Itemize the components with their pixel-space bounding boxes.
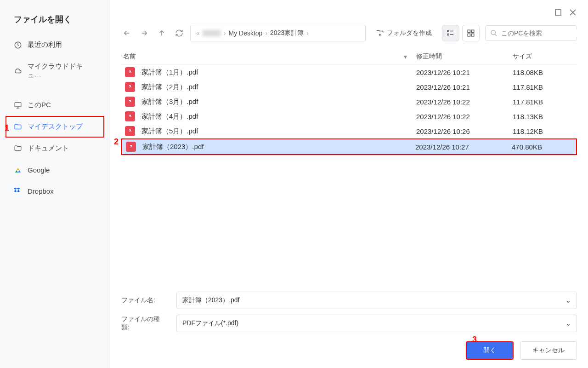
file-name: 家計簿（1月）.pdf	[141, 68, 198, 77]
toolbar: « › My Desktop › 2023家計簿 › フォルダを作成	[121, 25, 577, 41]
sidebar: ファイルを開く 最近の利用 マイクラウドドキュ… このPC マイデスクトップ ド…	[0, 0, 110, 368]
sidebar-item-this-pc[interactable]: このPC	[0, 94, 110, 116]
back-button[interactable]	[121, 28, 132, 39]
up-button[interactable]	[156, 28, 167, 39]
file-date: 2023/12/26 10:27	[415, 143, 512, 151]
file-name: 家計簿（3月）.pdf	[141, 98, 198, 106]
maximize-button[interactable]	[554, 8, 562, 17]
sidebar-item-recent[interactable]: 最近の利用	[0, 34, 110, 56]
file-row[interactable]: 家計簿（1月）.pdf2023/12/26 10:21118.08KB	[121, 65, 577, 80]
pdf-icon	[125, 111, 135, 121]
google-icon	[14, 166, 22, 174]
file-row[interactable]: 家計簿（2023）.pdf2023/12/26 10:27470.80KB	[121, 138, 577, 155]
file-date: 2023/12/26 10:21	[416, 69, 513, 76]
filename-value: 家計簿（2023）.pdf	[182, 296, 240, 305]
sidebar-item-label: マイデスクトップ	[28, 122, 83, 131]
close-button[interactable]	[569, 8, 577, 17]
file-date: 2023/12/26 10:22	[416, 113, 513, 121]
sidebar-item-label: Dropbox	[28, 187, 54, 195]
file-row[interactable]: 家計簿（4月）.pdf2023/12/26 10:22118.13KB	[121, 109, 577, 124]
file-size: 117.81KB	[513, 98, 577, 106]
open-file-dialog: ファイルを開く 最近の利用 マイクラウドドキュ… このPC マイデスクトップ ド…	[0, 0, 588, 368]
sidebar-item-google[interactable]: Google	[0, 159, 110, 180]
dialog-title: ファイルを開く	[0, 9, 110, 34]
create-folder-label: フォルダを作成	[387, 29, 432, 37]
file-date: 2023/12/26 10:22	[416, 98, 513, 106]
breadcrumb-segment[interactable]: My Desktop	[228, 29, 262, 37]
column-date[interactable]: 修正時間	[416, 52, 513, 61]
sidebar-item-cloud[interactable]: マイクラウドドキュ…	[0, 56, 110, 86]
file-row[interactable]: 家計簿（5月）.pdf2023/12/26 10:26118.12KB	[121, 124, 577, 138]
filename-label: ファイル名:	[121, 296, 167, 305]
pdf-icon	[125, 67, 135, 77]
filename-field[interactable]: 家計簿（2023）.pdf ⌄	[176, 292, 577, 309]
sort-desc-icon: ▾	[404, 53, 407, 60]
pdf-icon	[125, 97, 135, 107]
main-panel: « › My Desktop › 2023家計簿 › フォルダを作成	[110, 0, 588, 368]
clock-icon	[14, 41, 22, 49]
open-button[interactable]: 開く	[466, 341, 514, 360]
chevron-right-icon: ›	[265, 29, 267, 37]
folder-icon	[14, 123, 22, 131]
bottom-panel: ファイル名: 家計簿（2023）.pdf ⌄ ファイルの種類: PDFファイル(…	[121, 286, 577, 360]
grid-view-button[interactable]	[462, 25, 480, 41]
svg-point-9	[491, 30, 495, 34]
file-name: 家計簿（2023）.pdf	[142, 143, 204, 151]
sidebar-item-dropbox[interactable]: Dropbox	[0, 180, 110, 201]
search-box[interactable]	[485, 25, 577, 41]
sidebar-item-documents[interactable]: ドキュメント	[0, 138, 110, 159]
sidebar-item-label: Google	[28, 166, 50, 174]
monitor-icon	[14, 101, 22, 109]
filetype-value: PDFファイル(*.pdf)	[182, 319, 238, 328]
cloud-icon	[14, 67, 22, 75]
chevron-right-icon: ›	[306, 29, 309, 37]
file-name: 家計簿（4月）.pdf	[141, 112, 198, 121]
chevron-down-icon: ⌄	[565, 297, 571, 304]
file-list: 家計簿（1月）.pdf2023/12/26 10:21118.08KB家計簿（2…	[121, 65, 577, 286]
breadcrumb-segment[interactable]: 2023家計簿	[270, 29, 304, 37]
file-size: 117.81KB	[513, 83, 577, 91]
list-view-button[interactable]	[442, 25, 459, 41]
search-input[interactable]	[501, 29, 582, 37]
chevron-right-icon: ›	[224, 29, 226, 37]
file-row[interactable]: 家計簿（2月）.pdf2023/12/26 10:21117.81KB	[121, 80, 577, 94]
breadcrumb-overflow-icon: «	[196, 29, 200, 37]
window-header	[121, 8, 577, 17]
create-folder-button[interactable]: フォルダを作成	[371, 25, 436, 41]
sidebar-item-label: マイクラウドドキュ…	[28, 62, 96, 80]
file-size: 118.13KB	[513, 113, 577, 121]
svg-rect-3	[447, 30, 449, 32]
cancel-button[interactable]: キャンセル	[520, 341, 577, 360]
file-date: 2023/12/26 10:26	[416, 127, 513, 135]
chevron-down-icon: ⌄	[565, 320, 571, 327]
svg-rect-4	[447, 34, 449, 35]
pdf-icon	[125, 126, 135, 136]
folder-icon	[14, 144, 22, 153]
sidebar-item-label: 最近の利用	[28, 40, 62, 49]
file-row[interactable]: 家計簿（3月）.pdf2023/12/26 10:22117.81KB	[121, 94, 577, 109]
file-date: 2023/12/26 10:21	[416, 83, 513, 91]
pdf-icon	[125, 82, 135, 92]
breadcrumb[interactable]: « › My Desktop › 2023家計簿 ›	[190, 25, 366, 41]
svg-rect-7	[468, 34, 470, 36]
svg-rect-1	[15, 103, 21, 107]
svg-rect-2	[555, 10, 561, 15]
dropbox-icon	[14, 187, 22, 195]
search-icon	[490, 29, 498, 37]
svg-rect-5	[468, 30, 470, 32]
file-list-header: 名前▾ 修正時間 サイズ	[121, 49, 577, 65]
svg-rect-8	[472, 34, 474, 36]
breadcrumb-segment-hidden	[203, 30, 221, 36]
filetype-field[interactable]: PDFファイル(*.pdf) ⌄	[176, 315, 577, 332]
column-name[interactable]: 名前▾	[121, 52, 416, 61]
refresh-button[interactable]	[174, 28, 185, 39]
sidebar-item-desktop[interactable]: マイデスクトップ	[6, 116, 104, 138]
forward-button[interactable]	[139, 28, 150, 39]
sidebar-item-label: ドキュメント	[28, 144, 69, 153]
file-name: 家計簿（2月）.pdf	[141, 83, 198, 92]
new-folder-icon	[376, 29, 384, 37]
file-size: 470.80KB	[512, 143, 576, 151]
column-size[interactable]: サイズ	[513, 52, 577, 61]
sidebar-item-label: このPC	[28, 101, 51, 109]
file-size: 118.08KB	[513, 69, 577, 76]
